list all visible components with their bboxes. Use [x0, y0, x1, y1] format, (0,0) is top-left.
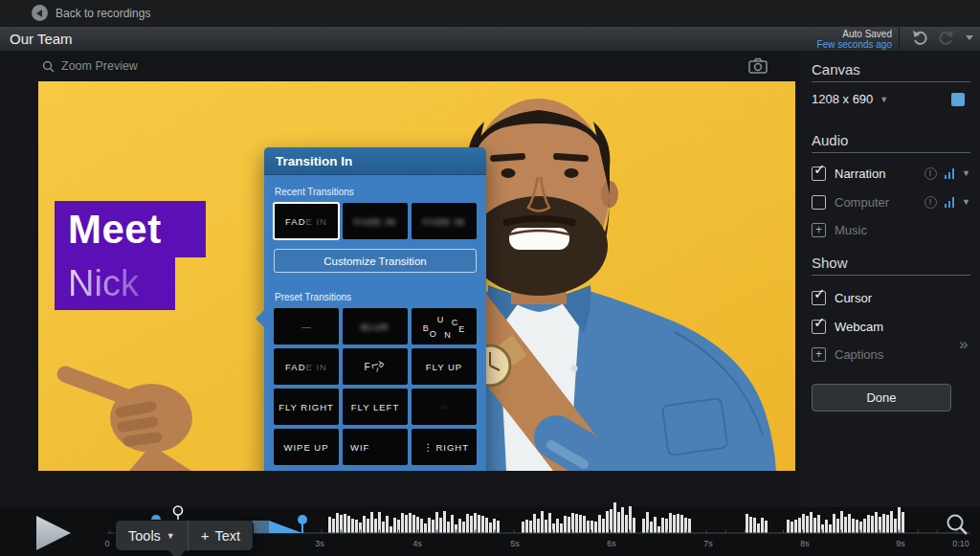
customize-transition-button[interactable]: Customize Transition	[274, 249, 477, 273]
cursor-label: Cursor	[835, 291, 872, 305]
video-canvas[interactable]: Meet Nick Transition In Recent Transitio…	[38, 81, 795, 471]
popup-header[interactable]: Transition In	[264, 147, 486, 175]
preset-transition-tile[interactable]: FLY RIGHT	[274, 389, 339, 425]
volume-bars-icon[interactable]	[945, 168, 955, 179]
preset-transition-tile[interactable]: ⋮RIGHT	[412, 429, 477, 465]
tick-label: 7s	[703, 539, 713, 548]
preset-transition-tile[interactable]: FLY UP	[412, 348, 477, 385]
canvas-color-swatch[interactable]	[951, 93, 965, 106]
tick-label: 8s	[800, 539, 810, 548]
canvas-heading: Canvas	[812, 61, 860, 78]
captions-label: Captions	[835, 347, 883, 362]
audio-row-computer: Computer ! ▼	[812, 192, 970, 211]
tools-pill: Tools ▼ + Text	[115, 520, 254, 551]
zoom-preview-control[interactable]: Zoom Preview	[42, 59, 138, 73]
top-bar: Back to recordings	[0, 0, 980, 27]
preset-transition-tile[interactable]: ···	[412, 389, 477, 425]
preset-transition-tile[interactable]: FADE IN	[274, 348, 339, 385]
text-overlay-element[interactable]: Meet Nick	[55, 201, 206, 310]
add-captions-icon[interactable]: +	[812, 347, 826, 362]
show-row-captions: + Captions	[812, 345, 970, 364]
canvas-size-dropdown[interactable]: 1208 x 690▼	[812, 92, 888, 106]
tools-label: Tools	[128, 528, 161, 544]
cursor-checkbox[interactable]: ✓	[812, 291, 826, 305]
back-to-recordings-button[interactable]: Back to recordings	[32, 5, 150, 21]
title-bar: Our Team Auto Saved Few seconds ago	[0, 27, 980, 52]
show-heading: Show	[812, 255, 848, 271]
recent-transition-tile[interactable]: FADE IN	[343, 203, 408, 239]
tick-label: 0	[104, 539, 109, 548]
preset-transition-tile[interactable]: FLIP	[343, 348, 408, 385]
tick-label: 6s	[607, 539, 616, 548]
back-label: Back to recordings	[56, 7, 150, 20]
narration-checkbox[interactable]: ✓	[812, 167, 826, 181]
tick-label: 5s	[510, 539, 520, 548]
show-row-webcam: ✓ Webcam	[812, 317, 970, 336]
volume-bars-icon[interactable]	[945, 197, 955, 208]
preset-transition-tile[interactable]: FLY LEFT	[343, 389, 408, 425]
settings-sidebar: Canvas 1208 x 690▼ Audio ✓ Narration ! ▼…	[800, 52, 980, 507]
show-row-cursor: ✓ Cursor	[812, 288, 970, 307]
transition-end-pin[interactable]	[298, 515, 307, 533]
add-text-button[interactable]: + Text	[189, 527, 253, 544]
narration-label: Narration	[835, 167, 885, 181]
preset-transitions-grid: —BLURBOUNCEFADE INFLIPFLY UPFLY RIGHTFLY…	[274, 308, 477, 465]
plus-icon: +	[201, 527, 210, 544]
add-text-label: Text	[215, 528, 241, 544]
webcam-checkbox[interactable]: ✓	[812, 320, 826, 334]
chevron-down-icon[interactable]: ▼	[962, 168, 970, 178]
chevron-down-icon: ▼	[167, 531, 175, 541]
done-button[interactable]: Done	[812, 384, 951, 411]
back-arrow-icon	[32, 5, 48, 21]
recent-transition-tile[interactable]: FADE IN	[274, 203, 339, 239]
recent-transitions-label: Recent Transitions	[275, 187, 477, 197]
preset-transition-tile[interactable]: WIPE UP	[274, 429, 339, 465]
preset-transition-tile[interactable]: BLUR	[343, 308, 408, 345]
tools-pill-pointer	[168, 550, 186, 556]
preset-transition-tile[interactable]: BOUNCE	[412, 308, 477, 345]
overlay-line-nick: Nick	[55, 257, 175, 310]
video-editor-app: Back to recordings Our Team Auto Saved F…	[0, 0, 980, 556]
computer-checkbox[interactable]	[812, 195, 826, 210]
tools-dropdown-button[interactable]: Tools ▼	[116, 528, 188, 544]
autosave-status: Auto Saved Few seconds ago	[817, 29, 892, 50]
magnifier-icon	[42, 60, 55, 73]
preset-transition-tile[interactable]: —	[274, 308, 339, 345]
collapse-sidebar-chevrons[interactable]: »	[959, 335, 968, 354]
tick-label: 4s	[412, 539, 422, 548]
preset-transitions-label: Preset Transitions	[275, 292, 477, 302]
camera-snapshot-icon[interactable]	[748, 57, 768, 74]
audio-row-music: + Music	[812, 220, 970, 239]
transition-in-popup: Transition In Recent Transitions FADE IN…	[264, 147, 486, 471]
popup-title: Transition In	[276, 154, 352, 168]
alert-icon: !	[924, 167, 937, 180]
computer-label: Computer	[835, 195, 889, 210]
tick-label: 3s	[315, 539, 324, 548]
webcam-label: Webcam	[835, 320, 883, 334]
add-music-icon[interactable]: +	[812, 223, 826, 237]
project-title: Our Team	[10, 31, 73, 47]
tick-label: 0:10	[952, 539, 969, 548]
history-dropdown-icon[interactable]	[965, 30, 974, 45]
tick-label: 9s	[896, 539, 905, 548]
overlay-line-meet: Meet	[55, 201, 206, 257]
chevron-down-icon[interactable]: ▼	[962, 197, 970, 207]
preview-panel: Zoom Preview	[0, 52, 800, 507]
alert-icon: !	[924, 196, 937, 209]
chevron-down-icon: ▼	[880, 95, 888, 104]
recent-transitions-row: FADE INFADE INFADE IN	[274, 203, 477, 239]
popup-pointer	[256, 310, 264, 327]
preset-transition-tile[interactable]: WIF	[343, 429, 408, 465]
undo-icon[interactable]	[911, 30, 928, 45]
recent-transition-tile[interactable]: FADE IN	[412, 203, 477, 239]
music-label: Music	[835, 223, 867, 237]
zoom-preview-label: Zoom Preview	[61, 59, 138, 73]
timeline-zoom-icon[interactable]	[946, 513, 969, 536]
audio-row-narration: ✓ Narration ! ▼	[812, 164, 970, 183]
audio-heading: Audio	[812, 132, 848, 148]
redo-icon[interactable]	[938, 30, 955, 45]
